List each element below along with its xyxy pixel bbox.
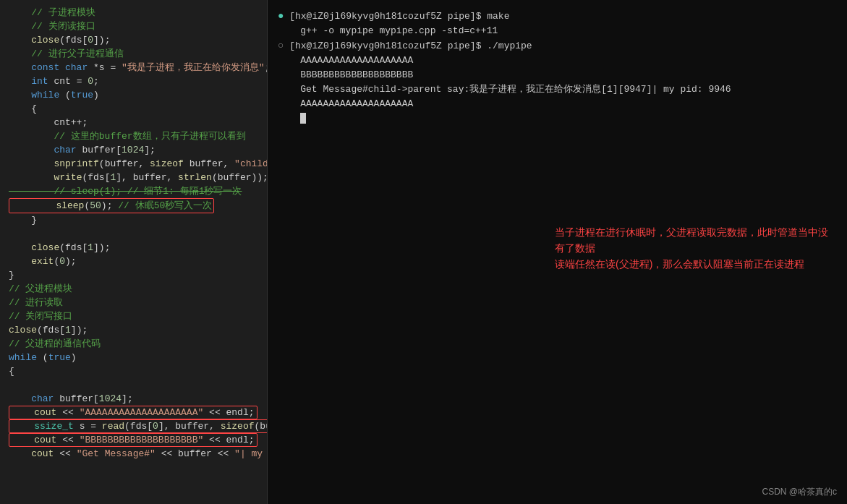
terminal-line: g++ -o mypipe mypipe.cpp -std=c++11 — [278, 24, 837, 38]
terminal-line: AAAAAAAAAAAAAAAAAAAA — [278, 97, 837, 111]
code-line: // 进行读取 — [9, 296, 258, 309]
code-line: close(fds[1]); — [9, 323, 258, 337]
code-line: char buffer[1024]; — [9, 392, 258, 406]
code-line: } — [9, 213, 258, 227]
terminal-line: Get Message#child->parent say:我是子进程，我正在给… — [278, 82, 837, 97]
code-line: // 父进程的通信代码 — [9, 337, 258, 351]
code-line: } — [9, 268, 258, 282]
code-line: cout << "Get Message#" << buffer << "| m… — [9, 447, 258, 461]
terminal-line: BBBBBBBBBBBBBBBBBBBB — [278, 68, 837, 82]
terminal-line: AAAAAAAAAAAAAAAAAAAA — [278, 54, 837, 68]
code-line: const char *s = "我是子进程，我正在给你发消息"; — [9, 61, 258, 74]
code-line: while (true) — [9, 88, 258, 102]
terminal-line: ○ [hx@iZ0jl69kyvg0h181cozuf5Z pipe]$ ./m… — [278, 38, 837, 54]
code-line: close(fds[0]); — [9, 33, 258, 47]
code-line: // 父进程模块 — [9, 282, 258, 296]
code-line: cnt++; — [9, 116, 258, 129]
right-panel: ● [hx@iZ0jl69kyvg0h181cozuf5Z pipe]$ mak… — [268, 0, 847, 504]
terminal-line-cursor — [278, 111, 837, 126]
code-line: { — [9, 364, 258, 378]
code-line: exit(0); — [9, 255, 258, 268]
code-line: // 关闭写接口 — [9, 309, 258, 323]
code-line-strikethrough: // sleep(1); // 细节1: 每隔1秒写一次 — [9, 184, 258, 198]
code-line-highlighted: sleep(50); // 休眠50秒写入一次 — [9, 198, 258, 213]
terminal-output: ● [hx@iZ0jl69kyvg0h181cozuf5Z pipe]$ mak… — [278, 9, 837, 126]
code-line: // 这里的buffer数组，只有子进程可以看到 — [9, 129, 258, 143]
terminal-line: ● [hx@iZ0jl69kyvg0h181cozuf5Z pipe]$ mak… — [278, 9, 837, 24]
code-line: snprintf(buffer, sizeof buffer, "child->… — [9, 157, 258, 171]
left-panel: // 子进程模块 // 关闭读接口 close(fds[0]); // 进行父子… — [0, 0, 268, 504]
code-line: char buffer[1024]; — [9, 143, 258, 157]
code-line: while (true) — [9, 351, 258, 364]
cursor — [300, 113, 306, 124]
code-line: { — [9, 102, 258, 116]
code-line: close(fds[1]); — [9, 241, 258, 255]
code-line-empty — [9, 227, 258, 241]
main-container: // 子进程模块 // 关闭读接口 close(fds[0]); // 进行父子… — [0, 0, 847, 504]
code-line-bottom-highlight3: cout << "BBBBBBBBBBBBBBBBBBBB" << endl; — [9, 433, 258, 447]
code-line: // 进行父子进程通信 — [9, 47, 258, 61]
annotation-text: 当子进程在进行休眠时，父进程读取完数据，此时管道当中没有了数据 读端任然在读(父… — [555, 224, 837, 272]
code-line: // 关闭读接口 — [9, 20, 258, 33]
code-line-bottom-highlight: cout << "AAAAAAAAAAAAAAAAAAAA" << endl; — [9, 406, 258, 419]
code-line: // 子进程模块 — [9, 6, 258, 20]
code-line-bottom-highlight2: ssize_t s = read(fds[0], buffer, sizeof(… — [9, 419, 258, 433]
code-line-empty2 — [9, 378, 258, 392]
code-line: write(fds[1], buffer, strlen(buffer)); — [9, 171, 258, 184]
csdn-credit: CSDN @哈茶真的c — [762, 486, 837, 498]
code-line: int cnt = 0; — [9, 74, 258, 88]
